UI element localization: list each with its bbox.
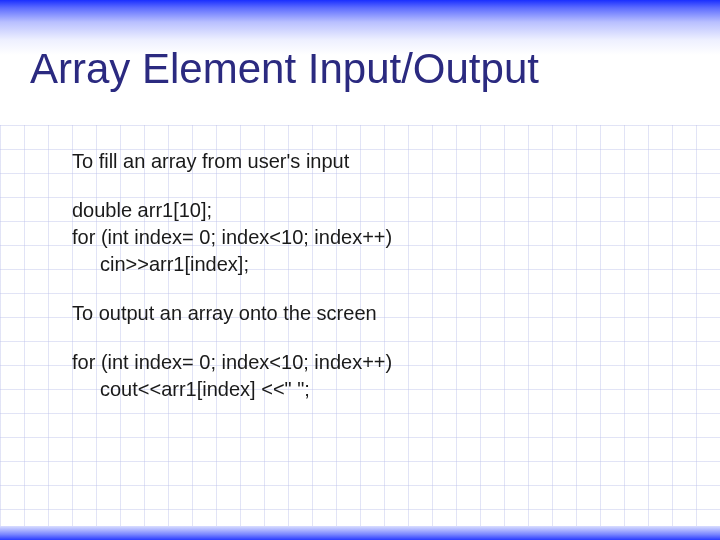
text-intro-2: To output an array onto the screen — [72, 302, 680, 325]
slide-body: To fill an array from user's input doubl… — [72, 150, 680, 405]
bottom-bar — [0, 526, 720, 540]
slide: Array Element Input/Output To fill an ar… — [0, 0, 720, 540]
code-line: for (int index= 0; index<10; index++) — [72, 226, 680, 249]
code-line: double arr1[10]; — [72, 199, 680, 222]
slide-title: Array Element Input/Output — [30, 45, 690, 93]
text-intro-1: To fill an array from user's input — [72, 150, 680, 173]
code-line: for (int index= 0; index<10; index++) — [72, 351, 680, 374]
code-line: cin>>arr1[index]; — [72, 253, 680, 276]
code-line: cout<<arr1[index] <<" "; — [72, 378, 680, 401]
